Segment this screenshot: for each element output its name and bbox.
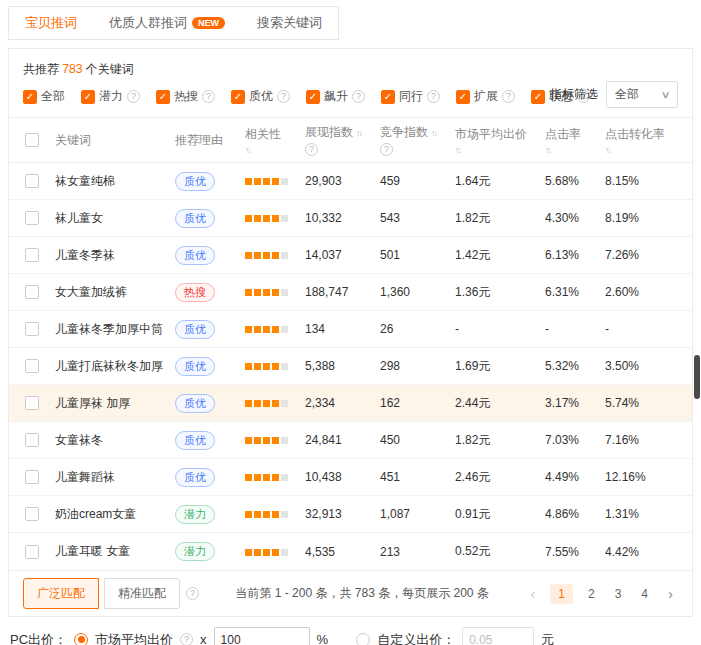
avg-bid-value: 0.91元 xyxy=(455,506,545,523)
prev-page-icon[interactable]: ‹ xyxy=(525,583,540,604)
ctr-value: 7.55% xyxy=(545,545,605,559)
info-icon[interactable]: ? xyxy=(305,143,318,156)
row-checkbox[interactable] xyxy=(25,285,39,299)
cvr-value: 2.60% xyxy=(605,285,692,299)
row-checkbox[interactable] xyxy=(25,545,39,559)
avg-bid-value: 1.42元 xyxy=(455,247,545,264)
keyword-cell: 袜儿童女 xyxy=(55,210,175,227)
sort-icon[interactable]: ↑↓ xyxy=(356,128,361,138)
impression-value: 188,747 xyxy=(305,285,380,299)
info-icon[interactable]: ? xyxy=(186,587,199,600)
row-checkbox[interactable] xyxy=(25,359,39,373)
info-icon[interactable]: ? xyxy=(180,633,193,645)
info-icon[interactable]: ? xyxy=(127,90,140,103)
keyword-recommend-page: 宝贝推词 优质人群推词 NEW 搜索关键词 共推荐 783 个关键词 ✓ 全部 … xyxy=(0,0,701,645)
table-row: 儿童耳暖 女童 潜力 4,535 213 0.52元 7.55% 4.42% xyxy=(9,533,692,570)
table-row: 儿童厚袜 加厚 质优 2,334 162 2.44元 3.17% 5.74% xyxy=(9,385,692,422)
pagination: ‹ 1 2 3 4 › xyxy=(525,583,678,604)
sort-icon[interactable]: ↑↓ xyxy=(545,145,550,155)
tab-crowd-recommend[interactable]: 优质人群推词 NEW xyxy=(93,7,241,39)
info-icon[interactable]: ? xyxy=(277,90,290,103)
reason-badge: 潜力 xyxy=(175,505,215,524)
page-number[interactable]: 3 xyxy=(610,585,627,603)
row-checkbox[interactable] xyxy=(25,248,39,262)
cvr-value: 1.31% xyxy=(605,507,692,521)
row-checkbox[interactable] xyxy=(25,211,39,225)
info-icon[interactable]: ? xyxy=(427,90,440,103)
sort-icon[interactable]: ↑↓ xyxy=(605,145,610,155)
tab-item-recommend[interactable]: 宝贝推词 xyxy=(9,7,93,39)
row-checkbox[interactable] xyxy=(25,507,39,521)
competition-value: 451 xyxy=(380,470,455,484)
page-number[interactable]: 1 xyxy=(550,584,573,604)
checkbox[interactable]: ✓ xyxy=(156,90,170,104)
filter-item-potential[interactable]: ✓ 潜力 ? xyxy=(81,88,140,105)
row-checkbox[interactable] xyxy=(25,396,39,410)
reason-badge: 质优 xyxy=(175,209,215,228)
multiplier-input[interactable] xyxy=(214,627,310,645)
row-checkbox[interactable] xyxy=(25,322,39,336)
competition-value: 1,360 xyxy=(380,285,455,299)
checkbox[interactable]: ✓ xyxy=(23,90,37,104)
page-number[interactable]: 2 xyxy=(583,585,600,603)
checkbox[interactable]: ✓ xyxy=(456,90,470,104)
metric-filter-dropdown[interactable]: 全部 ∨ xyxy=(606,81,678,108)
cvr-value: - xyxy=(605,322,692,336)
row-checkbox[interactable] xyxy=(25,174,39,188)
filter-item-hot[interactable]: ✓ 热搜 ? xyxy=(156,88,215,105)
col-relevance: 相关性 xyxy=(245,126,281,143)
filter-item-rising[interactable]: ✓ 飙升 ? xyxy=(306,88,365,105)
ctr-value: 6.31% xyxy=(545,285,605,299)
custom-bid-radio[interactable] xyxy=(356,633,370,645)
impression-value: 10,438 xyxy=(305,470,380,484)
competition-value: 450 xyxy=(380,433,455,447)
tab-search-keyword[interactable]: 搜索关键词 xyxy=(241,7,338,39)
select-all-checkbox[interactable] xyxy=(25,133,39,147)
relevance-bars xyxy=(245,437,288,444)
page-number[interactable]: 4 xyxy=(636,585,653,603)
checkbox[interactable]: ✓ xyxy=(231,90,245,104)
checkbox[interactable]: ✓ xyxy=(381,90,395,104)
keyword-cell: 儿童袜冬季加厚中筒 xyxy=(55,321,175,338)
filter-item-all[interactable]: ✓ 全部 xyxy=(23,88,65,105)
row-checkbox[interactable] xyxy=(25,433,39,447)
table-footer: 广泛匹配 精准匹配 ? 当前第 1 - 200 条，共 783 条，每页展示 2… xyxy=(9,570,692,616)
reason-badge: 热搜 xyxy=(175,283,215,302)
keyword-cell: 女大童加绒裤 xyxy=(55,284,175,301)
custom-bid-input[interactable] xyxy=(462,627,534,645)
market-bid-radio[interactable] xyxy=(74,633,88,645)
next-page-icon[interactable]: › xyxy=(663,583,678,604)
checkbox[interactable]: ✓ xyxy=(81,90,95,104)
checkbox[interactable]: ✓ xyxy=(306,90,320,104)
table-body: 袜女童纯棉 质优 29,903 459 1.64元 5.68% 8.15% 袜儿… xyxy=(9,163,692,570)
impression-value: 134 xyxy=(305,322,380,336)
filter-item-quality[interactable]: ✓ 质优 ? xyxy=(231,88,290,105)
info-icon[interactable]: ? xyxy=(380,143,393,156)
info-icon[interactable]: ? xyxy=(352,90,365,103)
exact-match-button[interactable]: 精准匹配 xyxy=(104,578,180,609)
reason-badge: 质优 xyxy=(175,357,215,376)
pagination-text: 当前第 1 - 200 条，共 783 条，每页展示 200 条 xyxy=(205,585,519,602)
sort-icon[interactable]: ↑↓ xyxy=(455,145,460,155)
broad-match-button[interactable]: 广泛匹配 xyxy=(23,578,99,609)
avg-bid-value: 1.36元 xyxy=(455,284,545,301)
unit-label: 元 xyxy=(541,631,554,645)
keyword-panel: 共推荐 783 个关键词 ✓ 全部 ✓ 潜力 ? ✓ 热搜 ? ✓ xyxy=(8,48,693,617)
scrollbar-thumb[interactable] xyxy=(694,355,700,399)
cvr-value: 3.50% xyxy=(605,359,692,373)
filter-item-expand[interactable]: ✓ 扩展 ? xyxy=(456,88,515,105)
impression-value: 29,903 xyxy=(305,174,380,188)
row-checkbox[interactable] xyxy=(25,470,39,484)
check-icon: ✓ xyxy=(384,92,392,102)
sort-icon[interactable]: ↑↓ xyxy=(245,145,250,155)
checkbox[interactable]: ✓ xyxy=(531,90,545,104)
cvr-value: 8.19% xyxy=(605,211,692,225)
keyword-cell: 儿童舞蹈袜 xyxy=(55,469,175,486)
col-cvr: 点击转化率 xyxy=(605,126,665,143)
impression-value: 5,388 xyxy=(305,359,380,373)
info-icon[interactable]: ? xyxy=(502,90,515,103)
keyword-cell: 儿童冬季袜 xyxy=(55,247,175,264)
info-icon[interactable]: ? xyxy=(202,90,215,103)
filter-item-peer[interactable]: ✓ 同行 ? xyxy=(381,88,440,105)
sort-icon[interactable]: ↑↓ xyxy=(431,128,436,138)
